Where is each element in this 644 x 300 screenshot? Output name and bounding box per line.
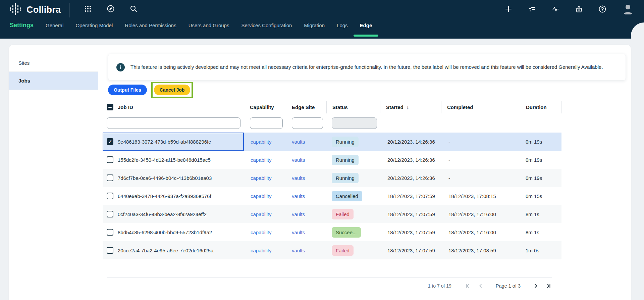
status-badge: Failed: [332, 209, 354, 219]
sidebar-item-sites[interactable]: Sites: [9, 54, 98, 72]
capability-cell: capability: [244, 248, 286, 253]
edge-site-link[interactable]: vaults: [292, 157, 305, 163]
duration-value: 0m 15s: [526, 193, 542, 199]
annotation-highlight-box: Cancel Job: [151, 82, 193, 98]
duration-cell: 8m 1s: [520, 211, 561, 217]
edge-site-cell: vaults: [286, 193, 326, 199]
filter-job-id-input[interactable]: [107, 117, 240, 129]
column-header-capability[interactable]: Capability: [244, 101, 286, 113]
capability-link[interactable]: capability: [251, 139, 272, 145]
column-header-started[interactable]: Started ↓: [380, 101, 441, 113]
filter-capability-input[interactable]: [250, 117, 283, 129]
table-row[interactable]: 8bd54c85-6298-400b-bbc9-55723b1df9a2 cap…: [103, 223, 561, 241]
cancel-job-button[interactable]: Cancel Job: [154, 85, 191, 95]
row-checkbox[interactable]: [107, 156, 113, 163]
capability-link[interactable]: capability: [251, 211, 272, 217]
status-cell: Running: [326, 173, 380, 183]
row-checkbox[interactable]: [107, 211, 113, 217]
column-header-duration[interactable]: Duration: [520, 101, 561, 113]
jobs-table: Job ID Capability Edge Site Status Start…: [103, 101, 561, 294]
table-row[interactable]: 20cce2a4-7ba2-4e95-a6ee-7e02de16d25a cap…: [103, 241, 561, 259]
filter-edge-site-input[interactable]: [292, 117, 323, 129]
column-header-completed[interactable]: Completed: [441, 101, 520, 113]
edge-site-link[interactable]: vaults: [292, 193, 305, 199]
edge-site-link[interactable]: vaults: [292, 230, 305, 235]
table-row[interactable]: 155dc2fe-3450-4d12-af15-be846d015ac5 cap…: [103, 151, 561, 169]
job-id-cell: 7d6cf7ba-0ca6-4496-b04c-413b6b01ea03: [103, 169, 244, 187]
edge-site-link[interactable]: vaults: [292, 139, 305, 145]
edge-site-cell: vaults: [286, 175, 326, 181]
capability-link[interactable]: capability: [251, 248, 272, 253]
row-checkbox[interactable]: [107, 138, 113, 145]
capability-link[interactable]: capability: [251, 157, 272, 163]
edge-site-cell: vaults: [286, 248, 326, 253]
tasks-icon[interactable]: [528, 5, 536, 13]
column-header-status[interactable]: Status: [326, 101, 380, 113]
started-value: 18/12/2023, 17:07:59: [387, 230, 435, 235]
output-files-button[interactable]: Output Files: [108, 85, 147, 95]
last-page-button[interactable]: [545, 282, 552, 290]
tab-logs[interactable]: Logs: [337, 22, 348, 28]
table-row[interactable]: 0cf240a3-34f6-48b3-bea2-8f92a924eff2 cap…: [103, 205, 561, 223]
started-value: 20/12/2023, 14:26:36: [387, 157, 435, 163]
tab-general[interactable]: General: [46, 22, 63, 28]
brand-logo[interactable]: Collibra: [9, 3, 61, 17]
capability-link[interactable]: capability: [251, 193, 272, 199]
edge-site-link[interactable]: vaults: [292, 211, 305, 217]
edge-site-link[interactable]: vaults: [292, 175, 305, 181]
pagination-range-label: 1 to 7 of 19: [428, 283, 451, 289]
row-checkbox[interactable]: [107, 174, 113, 181]
compass-icon[interactable]: [107, 5, 115, 13]
table-footer: 1 to 7 of 19 Page 1 of 3: [107, 278, 552, 294]
job-id-text: 8bd54c85-6298-400b-bbc9-55723b1df9a2: [118, 230, 212, 235]
status-cell: Succee...: [326, 227, 380, 238]
edge-site-cell: vaults: [286, 230, 326, 235]
filter-status-input[interactable]: [332, 117, 377, 129]
completed-cell: 18/12/2023, 17:16:00: [441, 230, 520, 235]
search-icon[interactable]: [129, 5, 138, 13]
capability-link[interactable]: capability: [251, 230, 272, 235]
started-cell: 18/12/2023, 17:07:59: [380, 211, 441, 217]
tab-services-configuration[interactable]: Services Configuration: [241, 22, 292, 28]
beta-info-banner: i This feature is being actively develop…: [108, 54, 626, 81]
completed-value: 18/12/2023, 17:16:00: [448, 230, 496, 235]
settings-section-label: Settings: [10, 22, 34, 29]
next-page-button[interactable]: [532, 282, 539, 290]
previous-page-button[interactable]: [477, 282, 484, 290]
column-header-edge-site[interactable]: Edge Site: [286, 101, 326, 113]
tab-users-and-groups[interactable]: Users and Groups: [189, 22, 229, 28]
capability-link[interactable]: capability: [251, 175, 272, 181]
column-header-job-id: Job ID: [103, 101, 244, 113]
row-checkbox[interactable]: [107, 193, 113, 199]
sidebar-item-jobs[interactable]: Jobs: [9, 72, 98, 90]
job-id-cell: 20cce2a4-7ba2-4e95-a6ee-7e02de16d25a: [103, 241, 244, 259]
table-row[interactable]: 6440e9ab-3478-4426-937a-f2a8936e576f cap…: [103, 187, 561, 205]
edge-site-link[interactable]: vaults: [292, 248, 305, 253]
select-all-checkbox[interactable]: [107, 104, 113, 110]
table-row[interactable]: 9e486163-3072-473d-b59d-ab4f888296fc cap…: [103, 133, 561, 151]
row-checkbox[interactable]: [107, 229, 113, 236]
user-avatar[interactable]: [622, 3, 634, 15]
job-id-cell: 155dc2fe-3450-4d12-af15-be846d015ac5: [103, 151, 244, 169]
tab-migration[interactable]: Migration: [304, 22, 325, 28]
column-label: Edge Site: [292, 104, 315, 110]
app-grid-icon[interactable]: [84, 5, 92, 13]
tab-operating-model[interactable]: Operating Model: [75, 22, 113, 28]
help-icon[interactable]: [598, 5, 606, 13]
capability-cell: capability: [244, 175, 286, 181]
row-checkbox[interactable]: [107, 247, 113, 254]
tab-edge[interactable]: Edge: [354, 22, 379, 28]
status-badge: Running: [332, 155, 359, 165]
activity-icon[interactable]: [551, 5, 559, 13]
first-page-button[interactable]: [464, 282, 472, 290]
settings-sidebar: Sites Jobs: [9, 45, 98, 300]
basket-icon[interactable]: [575, 5, 583, 13]
column-label: Completed: [447, 104, 473, 110]
table-row[interactable]: 7d6cf7ba-0ca6-4496-b04c-413b6b01ea03 cap…: [103, 169, 561, 187]
completed-cell: -: [441, 175, 520, 181]
plus-icon[interactable]: [504, 5, 513, 13]
status-badge: Running: [332, 173, 359, 183]
tab-roles-and-permissions[interactable]: Roles and Permissions: [125, 22, 176, 28]
table-header-row: Job ID Capability Edge Site Status Start…: [103, 101, 561, 113]
duration-value: 1m 0s: [526, 248, 539, 253]
